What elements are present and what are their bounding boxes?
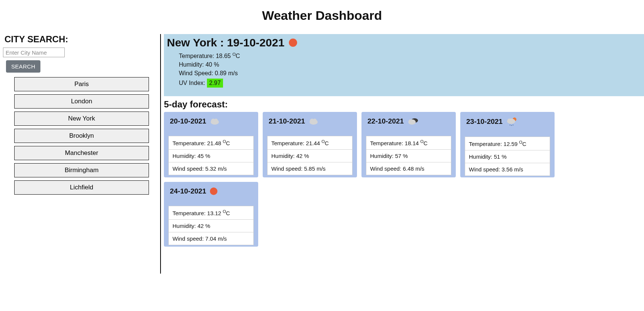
forecast-date: 24-10-2021 [168,187,254,195]
current-city-date: New York : 19-10-2021 [167,36,284,49]
current-humidity: Humidity: 40 % [179,61,641,68]
forecast-humidity: Humidity: 42 % [267,150,352,162]
forecast-wind: Wind speed: 5.85 m/s [267,162,352,175]
forecast-humidity: Humidity: 42 % [168,220,254,232]
svg-point-14 [513,125,513,125]
forecast-grid: 20-10-2021Temperature: 21.48 OCHumidity:… [164,112,644,247]
history-item-new-york[interactable]: New York [14,112,149,126]
sun-icon [289,39,297,47]
history-item-lichfield[interactable]: Lichfield [14,180,149,195]
forecast-humidity: Humidity: 57 % [366,150,451,162]
svg-point-13 [511,125,512,126]
page-title: Weather Dashboard [0,8,644,23]
history-item-brooklyn[interactable]: Brooklyn [14,129,149,143]
forecast-date: 22-10-2021 [366,117,451,125]
main-panel: New York : 19-10-2021 Temperature: 18.65… [160,34,644,274]
search-button[interactable]: SEARCH [6,60,40,73]
history-item-paris[interactable]: Paris [14,77,149,91]
search-label: CITY SEARCH: [4,34,160,45]
sidebar: CITY SEARCH: SEARCH ParisLondonNew YorkB… [0,34,160,198]
cloud-icon [309,118,318,125]
forecast-date: 23-10-2021 [465,117,550,126]
forecast-card: 20-10-2021Temperature: 21.48 OCHumidity:… [164,112,258,177]
forecast-date: 21-10-2021 [267,117,352,125]
sun-icon [210,187,217,195]
uv-badge: 2.97 [207,79,223,88]
forecast-wind: Wind speed: 7.04 m/s [168,232,254,245]
forecast-date: 20-10-2021 [168,117,254,125]
current-uv: UV Index: 2.97 [179,79,641,88]
current-header: New York : 19-10-2021 [167,36,641,49]
svg-point-11 [507,119,511,122]
forecast-card: 23-10-2021Temperature: 12.59 OCHumidity:… [460,112,555,177]
forecast-wind: Wind speed: 5.32 m/s [168,162,254,175]
forecast-wind: Wind speed: 3.56 m/s [465,163,550,176]
forecast-temperature: Temperature: 21.48 OC [168,136,254,150]
current-weather-panel: New York : 19-10-2021 Temperature: 18.65… [164,34,644,96]
history-item-london[interactable]: London [14,94,149,109]
forecast-card: 24-10-2021Temperature: 13.12 OCHumidity:… [164,182,258,247]
forecast-humidity: Humidity: 45 % [168,150,254,162]
rain-icon [506,117,518,126]
svg-point-5 [313,119,317,122]
current-temperature: Temperature: 18.65 OC [179,52,641,60]
forecast-title: 5-day forecast: [164,99,644,110]
city-search-input[interactable] [3,48,65,57]
dark-cloud-icon [408,117,419,125]
history-list: ParisLondonNew YorkBrooklynManchesterBir… [3,77,160,195]
history-item-birmingham[interactable]: Birmingham [14,163,149,177]
svg-point-2 [214,119,218,122]
forecast-humidity: Humidity: 51 % [465,150,550,163]
current-wind: Wind Speed: 0.89 m/s [179,70,641,77]
forecast-card: 22-10-2021Temperature: 18.14 OCHumidity:… [361,112,456,177]
forecast-temperature: Temperature: 18.14 OC [366,136,451,150]
cloud-icon [210,118,220,125]
forecast-card: 21-10-2021Temperature: 21.44 OCHumidity:… [263,112,357,177]
forecast-wind: Wind speed: 6.48 m/s [366,162,451,175]
forecast-temperature: Temperature: 12.59 OC [465,137,550,150]
svg-point-12 [510,125,510,125]
history-item-manchester[interactable]: Manchester [14,146,149,160]
forecast-temperature: Temperature: 21.44 OC [267,136,352,150]
svg-point-8 [409,119,412,123]
forecast-temperature: Temperature: 13.12 OC [168,206,254,220]
